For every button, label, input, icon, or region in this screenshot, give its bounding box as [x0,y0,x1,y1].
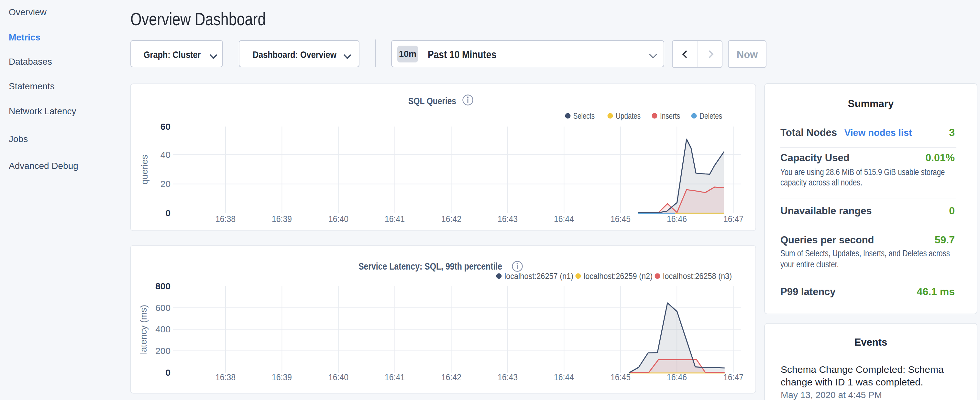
svg-text:16:41: 16:41 [385,214,405,224]
svg-text:16:44: 16:44 [554,372,574,382]
svg-text:0: 0 [165,208,170,218]
svg-text:40: 40 [161,150,170,160]
svg-text:queries: queries [140,155,150,185]
svg-text:16:39: 16:39 [272,372,292,382]
svg-text:16:39: 16:39 [272,214,292,224]
svg-text:60: 60 [161,122,170,132]
svg-text:16:45: 16:45 [611,214,631,224]
svg-text:16:40: 16:40 [328,214,348,224]
svg-text:latency (ms): latency (ms) [138,305,148,354]
svg-text:16:38: 16:38 [215,214,235,224]
svg-text:16:40: 16:40 [328,372,348,382]
svg-text:400: 400 [155,324,170,334]
svg-text:localhost:26259 (n2): localhost:26259 (n2) [584,271,652,281]
svg-text:16:41: 16:41 [385,372,405,382]
svg-text:16:38: 16:38 [215,372,235,382]
svg-text:16:46: 16:46 [667,214,687,224]
svg-text:16:42: 16:42 [441,372,461,382]
svg-text:SQL Queries: SQL Queries [408,96,456,106]
svg-text:800: 800 [155,281,170,291]
svg-text:16:46: 16:46 [667,372,687,382]
svg-text:Deletes: Deletes [700,111,722,121]
svg-text:16:44: 16:44 [554,214,574,224]
svg-text:16:43: 16:43 [498,372,518,382]
svg-text:16:43: 16:43 [498,214,518,224]
svg-text:600: 600 [155,303,170,313]
svg-text:localhost:26258 (n3): localhost:26258 (n3) [663,271,732,281]
svg-text:Selects: Selects [573,111,595,121]
svg-text:Updates: Updates [616,111,641,121]
svg-text:200: 200 [155,346,170,356]
svg-text:0: 0 [165,368,170,378]
svg-text:16:45: 16:45 [611,372,631,382]
svg-text:16:42: 16:42 [441,214,461,224]
svg-text:16:47: 16:47 [724,214,743,224]
svg-text:20: 20 [161,179,170,189]
svg-text:16:47: 16:47 [724,372,743,382]
svg-text:Inserts: Inserts [660,111,680,121]
svg-text:localhost:26257 (n1): localhost:26257 (n1) [504,271,573,281]
svg-text:Service Latency: SQL, 99th per: Service Latency: SQL, 99th percentile [358,261,502,271]
